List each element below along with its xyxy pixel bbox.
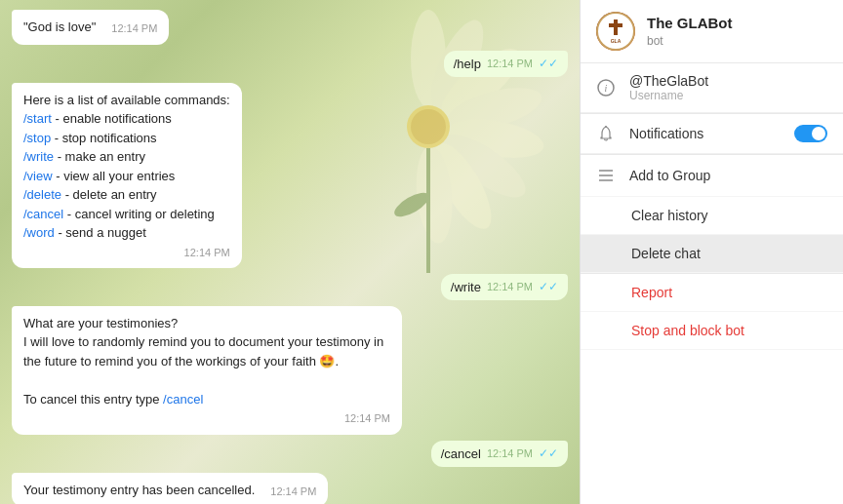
chat-area: "God is love" 12:14 PM /help 12:14 PM ✓✓… [0, 0, 580, 504]
message-god-is-love: "God is love" 12:14 PM [12, 10, 169, 45]
msg-text: What are your testimonies? I will love t… [23, 314, 390, 409]
msg-text: Your testimony entry has been cancelled. [23, 481, 255, 500]
msg-time: 12:14 PM [111, 21, 157, 36]
cmd-delete: /delete [23, 187, 61, 202]
message-help-row: /help 12:14 PM ✓✓ [12, 51, 568, 77]
svg-rect-15 [609, 23, 622, 27]
msg-text: /write [451, 280, 481, 294]
cmd-view: /view [23, 169, 53, 183]
stop-block-item[interactable]: Stop and block bot [581, 312, 843, 350]
info-icon: i [596, 78, 616, 97]
notifications-section[interactable]: Notifications [581, 114, 843, 154]
cmd-start: /start [23, 111, 52, 126]
report-item[interactable]: Report [581, 274, 843, 312]
svg-point-19 [605, 126, 607, 128]
double-check-icon: ✓✓ [539, 280, 558, 293]
svg-text:i: i [605, 83, 608, 94]
username-value: @TheGlaBot [629, 73, 708, 89]
message-testimonies: What are your testimonies? I will love t… [12, 306, 402, 435]
cmd-stop: /stop [23, 131, 51, 145]
bot-info: The GLABot bot [647, 15, 733, 49]
cmd-word: /word [23, 225, 55, 240]
msg-time: 12:14 PM [487, 447, 533, 459]
clear-history-item[interactable]: Clear history [581, 197, 843, 235]
msg-time: 12:14 PM [270, 485, 316, 499]
msg-text: /help [454, 57, 481, 71]
notifications-toggle[interactable] [794, 125, 827, 142]
message-write: /write 12:14 PM ✓✓ [441, 274, 568, 300]
msg-time: 12:14 PM [184, 246, 230, 260]
bell-icon [596, 124, 616, 143]
bot-logo: GLA [596, 12, 635, 51]
cmd-cancel: /cancel [23, 207, 63, 221]
add-to-group-label: Add to Group [629, 168, 710, 183]
right-panel: GLA The GLABot bot i @TheGlaBot Username [580, 0, 843, 504]
notifications-label: Notifications [629, 126, 781, 141]
msg-time: 12:14 PM [487, 58, 533, 69]
message-cancel-row: /cancel 12:14 PM ✓✓ [12, 441, 568, 467]
bot-tag: bot [647, 34, 663, 48]
bot-name: The GLABot [647, 15, 733, 31]
message-cancel: /cancel 12:14 PM ✓✓ [431, 441, 568, 467]
list-icon [596, 166, 616, 185]
delete-chat-label: Delete chat [631, 246, 701, 261]
msg-text: Here is a list of available commands: /s… [23, 91, 230, 243]
cmd-write: /write [23, 149, 54, 164]
msg-text: "God is love" [23, 18, 96, 37]
msg-time: 12:14 PM [344, 411, 390, 426]
logo-svg: GLA [596, 12, 635, 51]
svg-text:GLA: GLA [611, 38, 622, 44]
message-write-row: /write 12:14 PM ✓✓ [12, 274, 568, 300]
panel-header: GLA The GLABot bot [581, 0, 843, 63]
username-info: @TheGlaBot Username [629, 73, 708, 102]
username-label: Username [629, 89, 708, 102]
double-check-icon: ✓✓ [539, 57, 558, 70]
message-cancelled: Your testimony entry has been cancelled.… [12, 473, 328, 504]
cmd-cancel-inline: /cancel [163, 392, 203, 407]
add-to-group-item[interactable]: Add to Group [581, 155, 843, 197]
report-label: Report [631, 285, 672, 300]
message-help: /help 12:14 PM ✓✓ [444, 51, 568, 77]
username-section: i @TheGlaBot Username [581, 63, 843, 113]
msg-text: /cancel [441, 446, 481, 461]
message-commands: Here is a list of available commands: /s… [12, 83, 242, 268]
double-check-icon: ✓✓ [539, 446, 558, 460]
clear-history-label: Clear history [631, 208, 708, 223]
stop-block-label: Stop and block bot [631, 323, 744, 338]
delete-chat-item[interactable]: Delete chat [581, 235, 843, 273]
msg-time: 12:14 PM [487, 281, 533, 292]
messages-container: "God is love" 12:14 PM /help 12:14 PM ✓✓… [0, 0, 580, 504]
